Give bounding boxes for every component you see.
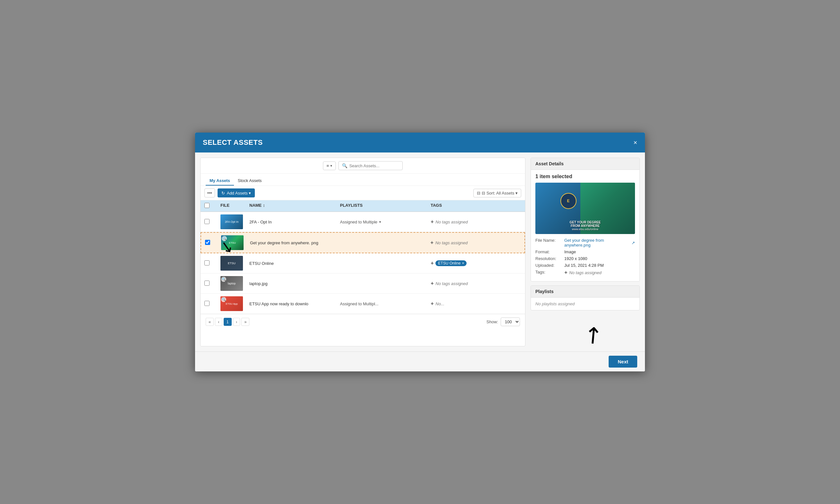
show-label: Show: <box>486 319 498 324</box>
row-checkbox[interactable] <box>204 260 209 266</box>
add-tag-icon[interactable]: + <box>431 301 433 307</box>
tag-label: ETSU Online <box>438 261 461 266</box>
actions-bar: ••• ↻ Add Assets ▾ ⊟ ⊟ Sort: All Assets … <box>201 186 525 200</box>
tab-stock-assets[interactable]: Stock Assets <box>234 176 265 185</box>
modal: SELECT ASSETS × ≡ ▾ 🔍 My Assets Stock As… <box>195 132 645 372</box>
tags-cell: + No tags assigned <box>431 281 521 286</box>
asset-details-card: Asset Details 1 item selected E <box>531 158 640 282</box>
table-row[interactable]: 2FA Opt In 2FA - Opt In Assigned to Mult… <box>201 212 525 232</box>
table-row[interactable]: ETSU App 🔍 ETSU App now ready to downlo … <box>201 294 525 314</box>
file-name-cell: ETSU Online <box>250 261 340 266</box>
table-header: FILE NAME ↕ PLAYLISTS TAGS <box>201 200 525 212</box>
playlist-value: Assigned to Multipl... <box>340 302 379 306</box>
format-value: Image <box>564 249 635 254</box>
table-row[interactable]: laptop 🔍 laptop.jpg + No tags assigned <box>201 273 525 294</box>
tags-label: Tags: <box>535 270 564 275</box>
chevron-down-icon: ▾ <box>379 220 381 224</box>
asset-details-header: Asset Details <box>531 158 639 170</box>
sort-button[interactable]: ⊟ ⊟ Sort: All Assets ▾ <box>473 189 521 197</box>
detail-row-filename: File Name: Get your degree from anywhere… <box>535 238 635 248</box>
view-toggle-button[interactable]: ≡ ▾ <box>323 161 336 170</box>
search-input[interactable] <box>349 163 399 168</box>
add-tag-icon[interactable]: + <box>431 219 433 225</box>
detail-tags-value: + No tags assigned <box>564 270 602 275</box>
file-thumbnail: ETSU App 🔍 <box>220 296 243 311</box>
file-name-cell: Get your degree from anywhere. png <box>250 240 340 245</box>
add-tag-icon[interactable]: + <box>431 260 433 266</box>
file-thumb-cell: ETSU <box>220 256 250 271</box>
items-selected-label: 1 item selected <box>535 174 635 179</box>
add-tag-icon[interactable]: + <box>430 240 433 246</box>
more-options-button[interactable]: ••• <box>204 188 215 197</box>
col-tags-header: TAGS <box>431 203 521 209</box>
resolution-label: Resolution: <box>535 256 564 261</box>
file-thumb-cell: 2FA Opt In <box>220 214 250 229</box>
next-button[interactable]: Next <box>608 356 637 367</box>
file-thumbnail: 🔍 ETSU <box>221 235 244 250</box>
col-checkbox <box>204 203 220 209</box>
detail-row-tags: Tags: + No tags assigned <box>535 270 635 275</box>
file-name-value[interactable]: Get your degree from anywhere.png ↗ <box>564 238 635 248</box>
magnify-icon: 🔍 <box>222 236 227 241</box>
close-button[interactable]: × <box>633 139 637 146</box>
resolution-value: 1920 x 1080 <box>564 256 635 261</box>
add-assets-label: Add Assets ▾ <box>227 191 251 196</box>
show-per-page-select[interactable]: 25 50 100 200 <box>501 318 520 326</box>
select-all-checkbox[interactable] <box>204 203 209 208</box>
tags-value: No tags assigned <box>435 281 467 286</box>
magnify-icon: 🔍 <box>221 277 226 282</box>
preview-inner: E GET YOUR DEGREE FROM ANYWHERE www.etsu… <box>535 183 635 234</box>
playlist-cell: Assigned to Multiple ▾ <box>340 220 431 224</box>
show-control: Show: 25 50 100 200 <box>486 318 520 326</box>
tag-badge-etsu-online: ETSU Online × <box>435 260 467 266</box>
page-controls: « ‹ 1 › » <box>206 318 250 326</box>
first-page-button[interactable]: « <box>206 318 214 326</box>
file-thumbnail: laptop 🔍 <box>220 276 243 291</box>
current-page-button[interactable]: 1 <box>224 318 232 326</box>
playlists-body: No playlists assigned <box>531 298 639 310</box>
next-page-button[interactable]: › <box>233 318 240 326</box>
col-name-header: NAME ↕ <box>250 203 340 209</box>
row-checkbox-cell <box>204 260 220 267</box>
row-checkbox[interactable] <box>204 301 209 306</box>
last-page-button[interactable]: » <box>241 318 250 326</box>
playlist-value: Assigned to Multiple <box>340 220 377 224</box>
search-box: 🔍 <box>338 161 402 170</box>
row-checkbox-cell <box>205 240 221 246</box>
file-name-label: File Name: <box>535 238 564 248</box>
table-row[interactable]: ETSU ETSU Online + ETSU Online × <box>201 253 525 273</box>
file-name-cell: ETSU App now ready to downlo <box>250 302 340 306</box>
tab-my-assets[interactable]: My Assets <box>206 176 234 185</box>
no-playlists-label: No playlists assigned <box>535 302 575 306</box>
prev-page-button[interactable]: ‹ <box>215 318 222 326</box>
no-tags-label: No tags assigned <box>569 270 601 275</box>
modal-header: SELECT ASSETS × <box>195 132 645 152</box>
magnify-icon: 🔍 <box>221 297 226 302</box>
uploaded-value: Jul 15, 2021 4:28 PM <box>564 263 635 268</box>
col-playlists-header: PLAYLISTS <box>340 203 431 209</box>
add-tag-icon[interactable]: + <box>564 270 567 275</box>
file-thumb-cell: laptop 🔍 <box>220 276 250 291</box>
add-tag-icon[interactable]: + <box>431 281 433 286</box>
detail-row-resolution: Resolution: 1920 x 1080 <box>535 256 635 261</box>
external-link-icon: ↗ <box>632 240 635 245</box>
row-checkbox-cell <box>204 219 220 225</box>
search-icon: 🔍 <box>342 163 347 168</box>
row-checkbox-cell <box>204 281 220 287</box>
file-thumbnail: ETSU <box>220 256 243 271</box>
playlists-card: Playlists No playlists assigned <box>531 285 640 310</box>
modal-footer: ↙ Next <box>195 352 645 372</box>
left-actions: ••• ↻ Add Assets ▾ <box>204 188 255 197</box>
tags-value: No... <box>435 302 444 306</box>
row-checkbox-cell <box>204 301 220 307</box>
add-assets-button[interactable]: ↻ Add Assets ▾ <box>218 188 255 197</box>
row-checkbox[interactable] <box>204 219 209 224</box>
table-row[interactable]: 🔍 ETSU Get your degree from anywhere. pn… <box>201 232 525 253</box>
filter-icon: ⊟ <box>477 191 480 196</box>
row-checkbox[interactable] <box>205 240 210 245</box>
row-checkbox[interactable] <box>204 281 209 286</box>
tag-remove-icon[interactable]: × <box>462 261 464 266</box>
tags-cell: + No... <box>431 301 521 307</box>
list-icon: ≡ <box>326 163 329 168</box>
pagination: « ‹ 1 › » Show: 25 50 100 200 <box>201 314 525 329</box>
